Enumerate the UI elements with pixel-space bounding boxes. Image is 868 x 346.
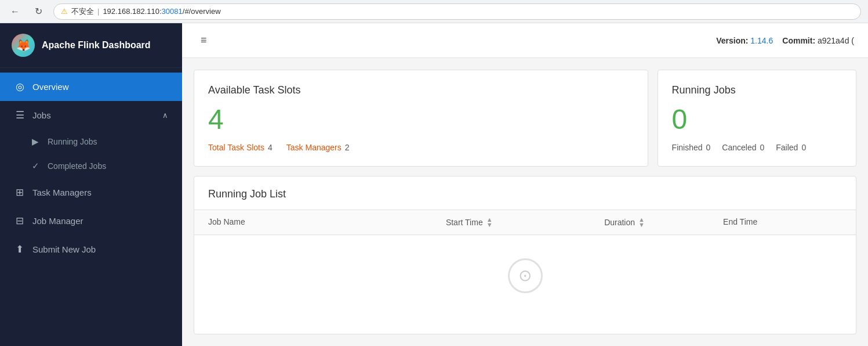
sidebar-item-label-submit-new-job: Submit New Job [32, 244, 168, 254]
version-value: 1.14.6 [750, 36, 773, 45]
content-area: Available Task Slots 4 Total Task Slots … [182, 58, 868, 346]
address-url: 192.168.182.110:30081/#/overview [103, 7, 220, 16]
sidebar-item-task-managers[interactable]: ⊞ Task Managers [0, 178, 182, 207]
sidebar-item-label-running-jobs: Running Jobs [48, 137, 97, 146]
total-task-slots-label: Total Task Slots [208, 143, 264, 152]
sidebar-item-label-task-managers: Task Managers [32, 188, 168, 197]
running-jobs-stats: Finished 0 Canceled 0 Failed 0 [672, 143, 842, 152]
overview-icon: ◎ [14, 81, 26, 93]
task-managers-value: 2 [345, 143, 350, 152]
jobs-arrow-icon: ∧ [162, 111, 168, 120]
finished-label: Finished [672, 143, 703, 152]
security-warning-icon: ⚠ [61, 7, 68, 16]
start-time-label: Start Time [446, 218, 483, 227]
hamburger-menu-button[interactable]: ≡ [196, 30, 212, 51]
sidebar: 🦊 Apache Flink Dashboard ◎ Overview ☰ Jo… [0, 23, 182, 346]
total-task-slots-value: 4 [268, 143, 273, 152]
task-managers-icon: ⊞ [14, 186, 26, 199]
column-header-end-time: End Time [723, 217, 842, 228]
url-host: 192.168.182.110: [103, 7, 161, 16]
sidebar-item-completed-jobs[interactable]: ✓ Completed Jobs [0, 154, 182, 178]
available-task-slots-card: Available Task Slots 4 Total Task Slots … [194, 70, 648, 167]
version-label: Version: [716, 36, 748, 45]
sidebar-nav: ◎ Overview ☰ Jobs ∧ ▶ Running Jobs ✓ Com… [0, 68, 182, 346]
completed-jobs-icon: ✓ [30, 161, 41, 171]
running-jobs-icon: ▶ [30, 136, 41, 147]
empty-state-icon: ⊙ [508, 258, 543, 293]
submit-new-job-icon: ⬆ [14, 243, 26, 255]
failed-value: 0 [801, 143, 806, 152]
finished-value: 0 [706, 143, 711, 152]
commit-label: Commit: [782, 36, 815, 45]
cards-row: Available Task Slots 4 Total Task Slots … [194, 70, 856, 167]
commit-value: a921a4d ( [818, 36, 854, 45]
header-version-info: Version: 1.14.6 Commit: a921a4d ( [716, 36, 854, 45]
sidebar-item-label-completed-jobs: Completed Jobs [48, 161, 106, 171]
running-job-list-title: Running Job List [194, 176, 856, 210]
empty-state: ⊙ [194, 235, 856, 316]
duration-sort-icon: ▲▼ [638, 217, 645, 228]
available-task-slots-value: 4 [208, 106, 634, 134]
duration-label: Duration [604, 218, 635, 227]
app-logo-icon: 🦊 [12, 34, 35, 57]
total-task-slots-stat: Total Task Slots 4 [208, 143, 273, 152]
main-header: ≡ Version: 1.14.6 Commit: a921a4d ( [182, 23, 868, 58]
url-port: 30081 [162, 7, 183, 16]
running-job-list-section: Running Job List Job Name Start Time ▲▼ … [194, 176, 856, 334]
failed-label: Failed [776, 143, 798, 152]
finished-stat: Finished 0 [672, 143, 711, 152]
sidebar-item-submit-new-job[interactable]: ⬆ Submit New Job [0, 235, 182, 264]
jobs-icon: ☰ [14, 109, 26, 121]
address-bar[interactable]: ⚠ 不安全 | 192.168.182.110:30081/#/overview [53, 3, 861, 20]
column-header-start-time[interactable]: Start Time ▲▼ [446, 217, 604, 228]
table-header: Job Name Start Time ▲▼ Duration ▲▼ End T… [194, 210, 856, 235]
available-task-slots-title: Available Task Slots [208, 84, 634, 96]
refresh-button[interactable]: ↻ [30, 3, 46, 20]
task-managers-label: Task Managers [286, 143, 342, 152]
sidebar-item-label-overview: Overview [32, 82, 168, 92]
task-managers-stat: Task Managers 2 [286, 143, 350, 152]
back-button[interactable]: ← [7, 3, 23, 20]
canceled-label: Canceled [722, 143, 756, 152]
task-slots-stats: Total Task Slots 4 Task Managers 2 [208, 143, 634, 152]
sidebar-item-jobs[interactable]: ☰ Jobs ∧ [0, 101, 182, 129]
sidebar-item-job-manager[interactable]: ⊟ Job Manager [0, 207, 182, 235]
running-jobs-value: 0 [672, 106, 842, 134]
running-jobs-title: Running Jobs [672, 84, 842, 96]
failed-stat: Failed 0 [776, 143, 806, 152]
sidebar-item-running-jobs[interactable]: ▶ Running Jobs [0, 129, 182, 154]
security-warning-text: 不安全 [71, 6, 94, 17]
app-container: 🦊 Apache Flink Dashboard ◎ Overview ☰ Jo… [0, 23, 868, 346]
canceled-stat: Canceled 0 [722, 143, 764, 152]
start-time-sort-icon: ▲▼ [486, 217, 493, 228]
app-title: Apache Flink Dashboard [42, 40, 151, 51]
browser-chrome: ← ↻ ⚠ 不安全 | 192.168.182.110:30081/#/over… [0, 0, 868, 23]
job-manager-icon: ⊟ [14, 215, 26, 227]
column-header-job-name: Job Name [208, 217, 446, 228]
column-header-duration[interactable]: Duration ▲▼ [604, 217, 723, 228]
main-content: ≡ Version: 1.14.6 Commit: a921a4d ( Avai… [182, 23, 868, 346]
sidebar-item-label-jobs: Jobs [32, 110, 155, 120]
url-path: /#/overview [183, 7, 221, 16]
sidebar-item-overview[interactable]: ◎ Overview [0, 73, 182, 101]
sidebar-item-label-job-manager: Job Manager [32, 216, 168, 226]
canceled-value: 0 [760, 143, 764, 152]
sidebar-logo: 🦊 Apache Flink Dashboard [0, 23, 182, 68]
running-jobs-card: Running Jobs 0 Finished 0 Canceled 0 Fai… [658, 70, 856, 167]
address-separator: | [97, 7, 99, 16]
